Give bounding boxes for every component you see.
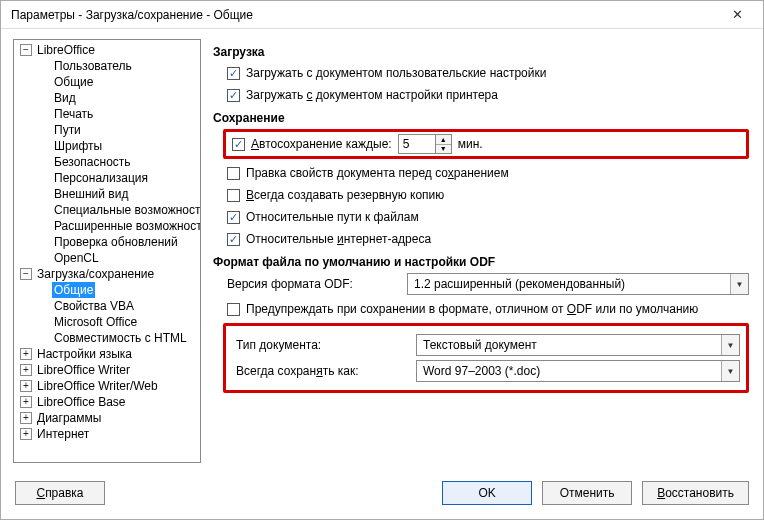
cb-backup[interactable]: Всегда создавать резервную копию — [227, 185, 749, 205]
category-tree[interactable]: − LibreOffice Пользователь Общие Вид Печ… — [13, 39, 201, 463]
cb-load-user-settings[interactable]: Загружать с документом пользовательские … — [227, 63, 749, 83]
tree-item[interactable]: Специальные возможности — [14, 202, 200, 218]
checkbox-icon[interactable] — [227, 303, 240, 316]
tree-item[interactable]: Внешний вид — [14, 186, 200, 202]
checkbox-icon[interactable] — [227, 189, 240, 202]
tree-item[interactable]: Расширенные возможности — [14, 218, 200, 234]
always-save-label: Всегда сохранять как: — [236, 364, 416, 378]
tree-item[interactable]: Microsoft Office — [14, 314, 200, 330]
tree-item[interactable]: OpenCL — [14, 250, 200, 266]
tree-item[interactable]: Проверка обновлений — [14, 234, 200, 250]
tree-item[interactable]: Пользователь — [14, 58, 200, 74]
tree-item-load-save[interactable]: − Загрузка/сохранение — [14, 266, 200, 282]
tree-item[interactable]: +Интернет — [14, 426, 200, 442]
always-save-select[interactable]: Word 97–2003 (*.doc) ▼ — [416, 360, 740, 382]
autosave-label: Автосохранение каждые: — [251, 137, 392, 151]
cb-autosave[interactable] — [232, 138, 245, 151]
cb-load-printer[interactable]: Загружать с документом настройки принтер… — [227, 85, 749, 105]
expand-icon[interactable]: + — [20, 428, 32, 440]
odf-version-label: Версия формата ODF: — [227, 277, 407, 291]
tree-item[interactable]: Свойства VBA — [14, 298, 200, 314]
expand-icon[interactable]: + — [20, 348, 32, 360]
checkbox-icon[interactable] — [227, 167, 240, 180]
cb-warn-format[interactable]: Предупреждать при сохранении в формате, … — [227, 299, 749, 319]
doc-type-select[interactable]: Текстовый документ ▼ — [416, 334, 740, 356]
button-bar: Справка OK Отменить Восстановить — [1, 469, 763, 515]
cb-relative-urls[interactable]: Относительные интернет-адреса — [227, 229, 749, 249]
collapse-icon[interactable]: − — [20, 268, 32, 280]
window-title: Параметры - Загрузка/сохранение - Общие — [11, 8, 717, 22]
section-format: Формат файла по умолчанию и настройки OD… — [213, 255, 749, 269]
tree-item[interactable]: Персонализация — [14, 170, 200, 186]
ok-button[interactable]: OK — [442, 481, 532, 505]
doc-type-row: Тип документа: Текстовый документ ▼ — [236, 334, 740, 356]
always-save-row: Всегда сохранять как: Word 97–2003 (*.do… — [236, 360, 740, 382]
chevron-down-icon[interactable]: ▼ — [721, 335, 739, 355]
tree-item[interactable]: Печать — [14, 106, 200, 122]
tree-item[interactable]: Безопасность — [14, 154, 200, 170]
autosave-minutes-input[interactable] — [399, 135, 435, 153]
tree-item[interactable]: Совместимость с HTML — [14, 330, 200, 346]
highlight-default-format: Тип документа: Текстовый документ ▼ Всег… — [223, 323, 749, 393]
autosave-unit: мин. — [458, 137, 483, 151]
titlebar: Параметры - Загрузка/сохранение - Общие … — [1, 1, 763, 29]
settings-panel: Загрузка Загружать с документом пользова… — [205, 29, 763, 469]
highlight-autosave: Автосохранение каждые: ▲ ▼ мин. — [223, 129, 749, 159]
odf-version-row: Версия формата ODF: 1.2 расширенный (рек… — [227, 273, 749, 295]
odf-version-select[interactable]: 1.2 расширенный (рекомендованный) ▼ — [407, 273, 749, 295]
expand-icon[interactable]: + — [20, 380, 32, 392]
content: − LibreOffice Пользователь Общие Вид Печ… — [1, 29, 763, 469]
help-button[interactable]: Справка — [15, 481, 105, 505]
tree-item-libreoffice[interactable]: − LibreOffice — [14, 42, 200, 58]
expand-icon[interactable]: + — [20, 364, 32, 376]
checkbox-icon[interactable] — [227, 67, 240, 80]
tree-item[interactable]: Вид — [14, 90, 200, 106]
tree-item[interactable]: Шрифты — [14, 138, 200, 154]
collapse-icon[interactable]: − — [20, 44, 32, 56]
tree-item[interactable]: +Настройки языка — [14, 346, 200, 362]
tree-item[interactable]: Общие — [14, 74, 200, 90]
tree-item[interactable]: Пути — [14, 122, 200, 138]
spin-down-icon[interactable]: ▼ — [436, 144, 451, 154]
tree-item[interactable]: +Диаграммы — [14, 410, 200, 426]
chevron-down-icon[interactable]: ▼ — [730, 274, 748, 294]
tree-item[interactable]: +LibreOffice Writer/Web — [14, 378, 200, 394]
doc-type-label: Тип документа: — [236, 338, 416, 352]
checkbox-icon[interactable] — [227, 211, 240, 224]
spin-up-icon[interactable]: ▲ — [436, 135, 451, 144]
tree-item[interactable]: +LibreOffice Writer — [14, 362, 200, 378]
checkbox-icon[interactable] — [227, 233, 240, 246]
section-save: Сохранение — [213, 111, 749, 125]
chevron-down-icon[interactable]: ▼ — [721, 361, 739, 381]
cancel-button[interactable]: Отменить — [542, 481, 632, 505]
tree-item[interactable]: +LibreOffice Base — [14, 394, 200, 410]
autosave-minutes-spin[interactable]: ▲ ▼ — [398, 134, 452, 154]
checkbox-icon[interactable] — [227, 89, 240, 102]
cb-edit-props[interactable]: Правка свойств документа перед сохранени… — [227, 163, 749, 183]
close-button[interactable]: ✕ — [717, 3, 757, 27]
tree-item-general[interactable]: Общие — [14, 282, 200, 298]
section-load: Загрузка — [213, 45, 749, 59]
expand-icon[interactable]: + — [20, 396, 32, 408]
expand-icon[interactable]: + — [20, 412, 32, 424]
restore-button[interactable]: Восстановить — [642, 481, 749, 505]
cb-relative-paths[interactable]: Относительные пути к файлам — [227, 207, 749, 227]
